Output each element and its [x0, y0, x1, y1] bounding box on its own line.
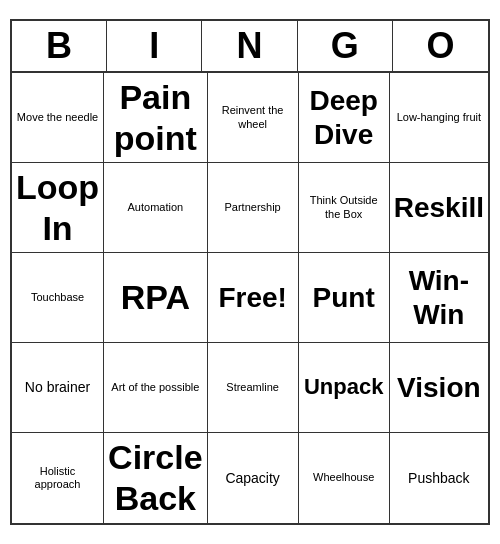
cell-label: Move the needle [17, 111, 98, 124]
cell-label: Wheelhouse [313, 471, 374, 484]
bingo-cell[interactable]: Reskill [390, 163, 488, 253]
bingo-cell[interactable]: Punt [299, 253, 390, 343]
bingo-cell[interactable]: Automation [104, 163, 208, 253]
cell-label: Streamline [226, 381, 279, 394]
header-letter: G [298, 21, 393, 71]
header-letter: B [12, 21, 107, 71]
bingo-cell[interactable]: Capacity [208, 433, 299, 523]
bingo-cell[interactable]: Holistic approach [12, 433, 104, 523]
header-letter: O [393, 21, 488, 71]
cell-label: Low-hanging fruit [397, 111, 481, 124]
cell-label: Unpack [304, 374, 383, 400]
cell-label: Think Outside the Box [303, 194, 385, 220]
cell-label: Partnership [224, 201, 280, 214]
bingo-card: BINGO Move the needlePain pointReinvent … [10, 19, 490, 525]
bingo-cell[interactable]: Wheelhouse [299, 433, 390, 523]
header-letter: I [107, 21, 202, 71]
bingo-header: BINGO [12, 21, 488, 73]
cell-label: No brainer [25, 379, 90, 396]
bingo-cell[interactable]: Deep Dive [299, 73, 390, 163]
cell-label: Pushback [408, 470, 469, 487]
bingo-cell[interactable]: RPA [104, 253, 208, 343]
cell-label: Vision [397, 371, 481, 405]
cell-label: Pain point [108, 77, 203, 159]
cell-label: Art of the possible [111, 381, 199, 394]
bingo-cell[interactable]: Unpack [299, 343, 390, 433]
cell-label: Touchbase [31, 291, 84, 304]
cell-label: Automation [128, 201, 184, 214]
bingo-cell[interactable]: Streamline [208, 343, 299, 433]
cell-label: Free! [218, 281, 286, 315]
cell-label: Reinvent the wheel [212, 104, 294, 130]
bingo-cell[interactable]: Low-hanging fruit [390, 73, 488, 163]
bingo-cell[interactable]: Reinvent the wheel [208, 73, 299, 163]
bingo-cell[interactable]: Partnership [208, 163, 299, 253]
bingo-cell[interactable]: Touchbase [12, 253, 104, 343]
cell-label: Capacity [225, 470, 279, 487]
bingo-cell[interactable]: Pushback [390, 433, 488, 523]
bingo-cell[interactable]: Circle Back [104, 433, 208, 523]
cell-label: Holistic approach [16, 465, 99, 491]
cell-label: Circle Back [108, 437, 203, 519]
bingo-cell[interactable]: Loop In [12, 163, 104, 253]
cell-label: Loop In [16, 167, 99, 249]
bingo-cell[interactable]: Art of the possible [104, 343, 208, 433]
bingo-cell[interactable]: Free! [208, 253, 299, 343]
cell-label: Win-Win [394, 264, 484, 331]
bingo-cell[interactable]: Vision [390, 343, 488, 433]
bingo-cell[interactable]: Move the needle [12, 73, 104, 163]
bingo-grid: Move the needlePain pointReinvent the wh… [12, 73, 488, 523]
bingo-cell[interactable]: Think Outside the Box [299, 163, 390, 253]
cell-label: Reskill [394, 191, 484, 225]
bingo-cell[interactable]: No brainer [12, 343, 104, 433]
cell-label: Deep Dive [303, 84, 385, 151]
cell-label: Punt [313, 281, 375, 315]
cell-label: RPA [121, 277, 190, 318]
bingo-cell[interactable]: Pain point [104, 73, 208, 163]
bingo-cell[interactable]: Win-Win [390, 253, 488, 343]
header-letter: N [202, 21, 297, 71]
